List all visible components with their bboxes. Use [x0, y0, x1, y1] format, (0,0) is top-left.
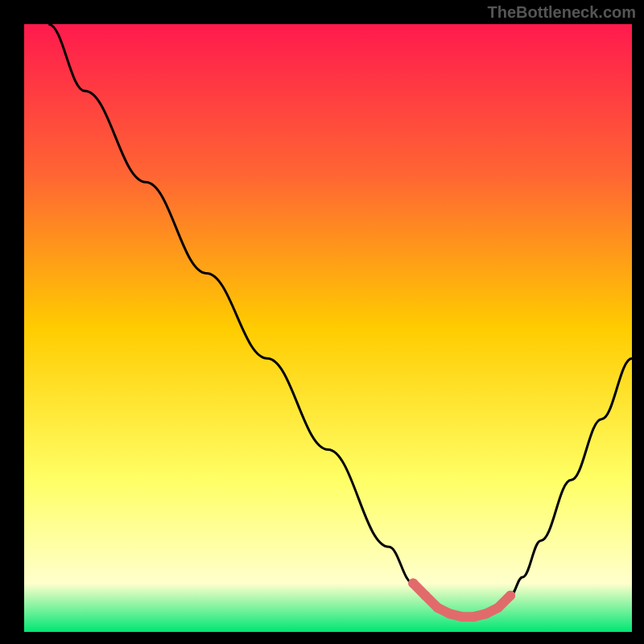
valley-marker-dot [445, 609, 455, 618]
valley-marker-dot [481, 609, 491, 618]
valley-marker-dot [493, 603, 503, 613]
valley-marker-dot [408, 579, 418, 588]
valley-marker-dot [469, 612, 479, 621]
chart-svg [0, 0, 644, 644]
valley-marker-dot [432, 603, 442, 613]
watermark-text: TheBottleneck.com [488, 3, 636, 22]
valley-marker-dot [420, 591, 430, 601]
chart-container: TheBottleneck.com [0, 0, 644, 644]
valley-marker-dot [506, 591, 515, 601]
valley-marker-dot [457, 612, 467, 621]
